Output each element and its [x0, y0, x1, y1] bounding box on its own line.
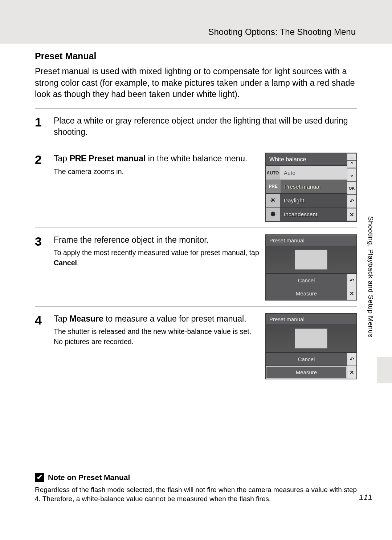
- wb-row-incandescent[interactable]: ✺ Incandescent: [266, 207, 356, 221]
- wb-row-daylight[interactable]: ☀ Daylight: [266, 193, 356, 207]
- close-icon[interactable]: ✕: [347, 208, 356, 221]
- section-title: Preset Manual: [35, 51, 357, 61]
- scroll-down-icon[interactable]: ⌄: [347, 168, 356, 181]
- ok-button[interactable]: OK: [347, 182, 356, 195]
- wb-label: Preset manual: [281, 180, 356, 193]
- measure-button[interactable]: Measure: [266, 287, 347, 300]
- preset-manual-panel-screenshot: Preset manual Cancel ↶ Measure ✕: [265, 234, 357, 301]
- note-body: Regardless of the flash mode selected, t…: [35, 485, 357, 504]
- divider: [35, 146, 357, 146]
- cancel-button[interactable]: Cancel: [266, 353, 347, 366]
- text-strong: Measure: [69, 314, 103, 323]
- thumb-tab: [377, 357, 392, 383]
- step-number: 4: [35, 313, 48, 326]
- step-4-head: Tap Measure to measure a value for prese…: [54, 313, 259, 325]
- section-intro: Preset manual is used with mixed lightin…: [35, 66, 357, 100]
- bulb-icon: ✺: [266, 207, 280, 221]
- reference-frame: [295, 250, 327, 270]
- wb-label: Auto: [280, 166, 356, 180]
- divider: [35, 227, 357, 228]
- reference-frame: [295, 329, 327, 348]
- step-1: 1 Place a white or gray reference object…: [35, 112, 357, 142]
- text-strong: Cancel: [54, 259, 77, 267]
- close-icon[interactable]: ✕: [347, 366, 356, 379]
- step-4: 4 Tap Measure to measure a value for pre…: [35, 310, 357, 382]
- note-title: Note on Preset Manual: [48, 473, 130, 482]
- measure-button[interactable]: Measure: [266, 366, 347, 379]
- back-icon[interactable]: ↶: [347, 353, 356, 366]
- pre-icon: PRE: [266, 180, 281, 193]
- back-icon[interactable]: ↶: [347, 195, 356, 208]
- auto-icon: AUTO: [266, 166, 280, 180]
- step-number: 3: [35, 234, 48, 247]
- close-icon[interactable]: ✕: [347, 287, 356, 300]
- header-title: Shooting Options: The Shooting Menu: [208, 27, 356, 37]
- divider: [35, 306, 357, 307]
- text: Tap: [54, 314, 69, 323]
- section-tab-vertical: Shooting, Playback and Setup Menus: [367, 216, 375, 338]
- cancel-button[interactable]: Cancel: [266, 274, 347, 287]
- wb-label: Daylight: [280, 194, 356, 207]
- wb-row-preset-manual[interactable]: PRE Preset manual: [266, 180, 356, 193]
- step-2-sub: The camera zooms in.: [54, 167, 259, 177]
- text: to measure a value for preset manual.: [103, 314, 246, 323]
- step-4-sub2: No pictures are recorded.: [54, 337, 259, 347]
- text: Tap: [54, 154, 69, 163]
- wb-menu-title: White balance: [266, 153, 356, 165]
- pm-title: Preset manual: [266, 235, 356, 246]
- preset-manual-panel-screenshot-2: Preset manual Cancel ↶ Measure ✕: [265, 313, 357, 379]
- step-2-head: Tap PRE Preset manual in the white balan…: [54, 153, 259, 164]
- step-3-sub: To apply the most recently measured valu…: [54, 248, 259, 268]
- white-balance-menu-screenshot: White balance AUTO Auto PRE Preset manua…: [265, 153, 357, 222]
- back-icon[interactable]: ↶: [347, 274, 356, 287]
- divider: [35, 108, 357, 109]
- step-2: 2 Tap PRE Preset manual in the white bal…: [35, 150, 357, 224]
- step-number: 2: [35, 153, 48, 166]
- pm-preview-area: [266, 246, 356, 274]
- step-4-sub1: The shutter is released and the new whit…: [54, 327, 259, 337]
- step-3-head: Frame the reference object in the monito…: [54, 234, 259, 246]
- text: .: [77, 259, 79, 267]
- note-block: ✔ Note on Preset Manual Regardless of th…: [0, 473, 392, 504]
- check-icon: ✔: [35, 473, 44, 482]
- page-number: 111: [359, 493, 372, 502]
- text: in the white balance menu.: [146, 154, 247, 163]
- pm-preview-area: [266, 325, 356, 352]
- pre-icon: PRE: [69, 153, 86, 163]
- page-header: Shooting Options: The Shooting Menu: [0, 0, 392, 44]
- wb-label: Incandescent: [280, 207, 356, 221]
- text-strong: Preset manual: [86, 154, 146, 163]
- text: To apply the most recently measured valu…: [54, 249, 259, 257]
- step-number: 1: [35, 115, 48, 128]
- sun-icon: ☀: [266, 194, 280, 207]
- list-icon[interactable]: ≡: [347, 153, 356, 160]
- step-3: 3 Frame the reference object in the moni…: [35, 231, 357, 303]
- scroll-up-icon[interactable]: ⌃: [347, 161, 356, 168]
- wb-row-auto[interactable]: AUTO Auto: [266, 166, 356, 180]
- pm-title: Preset manual: [266, 314, 356, 325]
- step-1-head: Place a white or gray reference object u…: [54, 115, 357, 138]
